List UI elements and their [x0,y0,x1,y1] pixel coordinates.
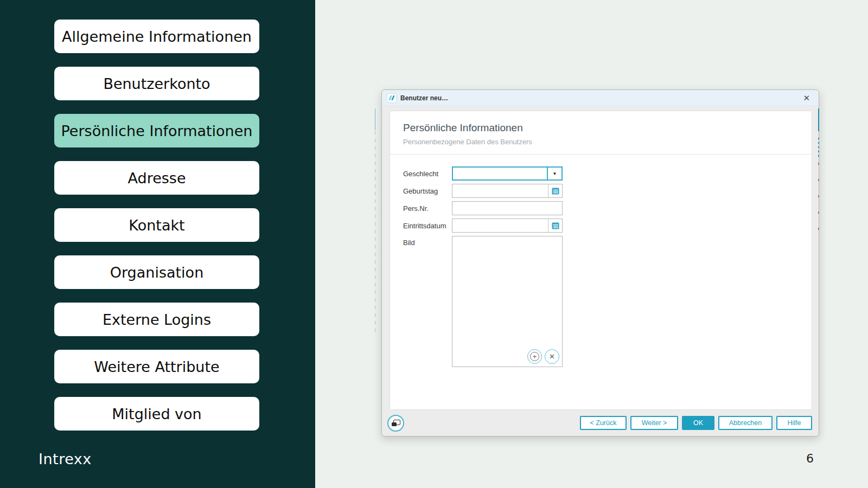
cancel-button[interactable]: Abbrechen [718,416,773,430]
sidebar: Allgemeine Informationen Benutzerkonto P… [0,0,315,488]
user-form: Geschlecht ▼ Geburtstag [390,155,812,367]
geburtstag-input[interactable] [452,184,548,197]
chevron-down-icon: ▼ [553,171,557,176]
eintrittsdatum-input[interactable] [452,219,548,232]
bild-actions: + ✕ [527,349,559,364]
x-icon: ✕ [549,353,555,360]
next-button[interactable]: Weiter > [630,416,678,430]
page-number: 6 [806,452,814,465]
dialog-footer: < Zurück Weiter > OK Abbrechen Hilfe [382,410,819,436]
form-row-geburtstag: Geburtstag [403,184,812,198]
geburtstag-calendar-button[interactable] [548,184,562,197]
sidebar-item-weitere-attribute[interactable]: Weitere Attribute [54,350,259,383]
eintrittsdatum-datefield[interactable] [452,219,563,233]
ok-button[interactable]: OK [682,416,714,430]
form-row-bild: Bild + ✕ [403,236,812,367]
persnr-input[interactable] [452,201,563,215]
geschlecht-label: Geschlecht [403,170,452,178]
eintrittsdatum-calendar-button[interactable] [548,219,562,232]
remove-image-button[interactable]: ✕ [545,349,559,364]
eintrittsdatum-label: Eintrittsdatum [403,222,452,230]
sidebar-item-organisation[interactable]: Organisation [54,255,259,289]
sidebar-item-kontakt[interactable]: Kontakt [54,208,259,242]
bild-image-area[interactable]: + ✕ [452,236,563,367]
geschlecht-input[interactable] [453,168,547,179]
plus-icon: + [530,352,539,361]
sidebar-item-allgemeine-informationen[interactable]: Allgemeine Informationen [54,20,259,53]
form-row-geschlecht: Geschlecht ▼ [403,166,812,181]
dialog-benutzer-neu: Benutzer neu… ✕ Persönliche Informatione… [381,89,819,436]
page-subtitle: Personenbezogene Daten des Benutzers [403,138,799,146]
sidebar-item-adresse[interactable]: Adresse [54,161,259,195]
background-window-edge-right [818,108,819,336]
sidebar-item-externe-logins[interactable]: Externe Logins [54,303,259,336]
preview-window-button[interactable] [387,415,404,432]
background-window-edge-left [375,108,375,336]
back-button[interactable]: < Zurück [580,416,627,430]
add-image-button[interactable]: + [527,349,542,364]
dropdown-toggle-button[interactable]: ▼ [547,168,561,179]
persnr-label: Pers.Nr. [403,204,452,213]
page-title: Persönliche Informationen [403,122,799,134]
close-icon[interactable]: ✕ [800,93,813,102]
bild-label: Bild [403,236,452,247]
dialog-header: Persönliche Informationen Personenbezoge… [390,111,812,155]
dialog-title: Benutzer neu… [400,94,448,102]
geburtstag-label: Geburtstag [403,187,452,195]
sidebar-item-benutzerkonto[interactable]: Benutzerkonto [54,67,259,100]
dialog-titlebar: Benutzer neu… ✕ [382,90,819,106]
intrexx-app-icon [387,94,396,102]
form-row-eintrittsdatum: Eintrittsdatum [403,219,812,233]
sidebar-item-persoenliche-informationen[interactable]: Persönliche Informationen [54,114,259,147]
form-row-persnr: Pers.Nr. [403,201,812,215]
geschlecht-dropdown[interactable]: ▼ [452,166,563,181]
footer-buttons: < Zurück Weiter > OK Abbrechen Hilfe [580,416,812,430]
geburtstag-datefield[interactable] [452,184,563,198]
calendar-icon [552,188,559,195]
calendar-icon [552,222,559,229]
sidebar-nav: Allgemeine Informationen Benutzerkonto P… [54,20,259,431]
dialog-content-card: Persönliche Informationen Personenbezoge… [390,111,812,410]
slide: Allgemeine Informationen Benutzerkonto P… [0,0,868,488]
help-button[interactable]: Hilfe [776,416,812,430]
intrexx-logo: Intrexx [39,451,92,467]
sidebar-item-mitglied-von[interactable]: Mitglied von [54,397,259,431]
